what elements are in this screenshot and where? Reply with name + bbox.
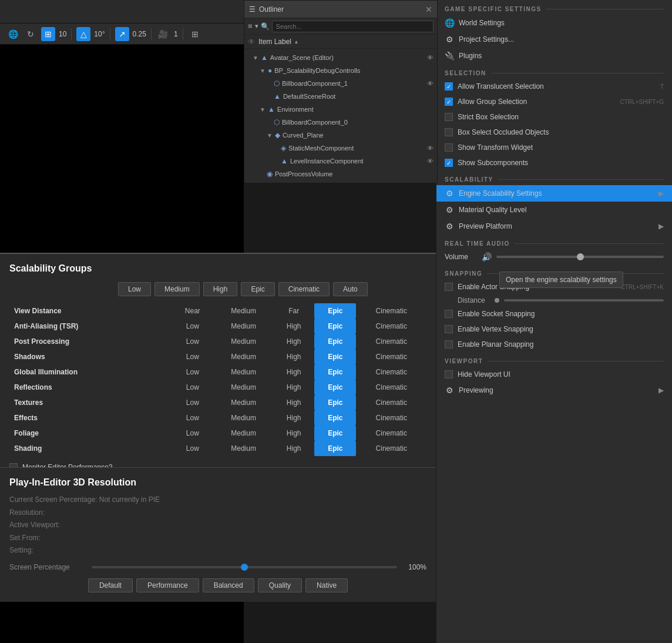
grid-icon[interactable]: ⊞	[41, 27, 55, 41]
scalability-cell[interactable]: High	[273, 395, 314, 410]
scalability-cell[interactable]: Epic	[314, 426, 356, 441]
scalability-cell[interactable]: Far	[273, 303, 314, 319]
scalability-cell[interactable]: Epic	[314, 410, 356, 426]
scalability-btn-cinematic[interactable]: Cinematic	[278, 282, 330, 296]
scalability-cell[interactable]: Epic	[314, 441, 356, 456]
scalability-cell[interactable]: High	[273, 380, 314, 395]
scalability-cell[interactable]: Cinematic	[356, 364, 426, 380]
angle-icon[interactable]: △	[76, 27, 90, 41]
scalability-cell[interactable]: High	[273, 364, 314, 380]
scalability-btn-medium[interactable]: Medium	[154, 282, 200, 296]
scalability-cell[interactable]: Epic	[314, 334, 356, 349]
scalability-cell[interactable]: Cinematic	[356, 319, 426, 334]
scalability-cell[interactable]: Medium	[214, 364, 273, 380]
outliner-item[interactable]: ◉PostProcessVolume	[244, 168, 437, 180]
volume-slider[interactable]	[496, 256, 664, 258]
scalability-cell[interactable]: Epic	[314, 364, 356, 380]
checkbox[interactable]	[445, 128, 453, 136]
pie-btn-performance[interactable]: Performance	[136, 578, 199, 592]
checkbox[interactable]: ✓	[445, 159, 453, 167]
rp-item[interactable]: 🌐World Settings	[436, 15, 672, 31]
scalability-cell[interactable]: Low	[172, 395, 214, 410]
scalability-cell[interactable]: Low	[172, 319, 214, 334]
scalability-cell[interactable]: Medium	[214, 395, 273, 410]
checkbox[interactable]: ✓	[445, 98, 453, 106]
scalability-cell[interactable]: Medium	[214, 380, 273, 395]
scalability-cell[interactable]: Near	[172, 303, 214, 319]
checkbox[interactable]	[445, 370, 453, 379]
cursor-icon[interactable]: ↻	[23, 27, 38, 41]
rp-item[interactable]: ⚙Previewing▶	[436, 382, 672, 398]
checkbox[interactable]	[445, 283, 453, 291]
scalability-cell[interactable]: Epic	[314, 303, 356, 319]
scalability-cell[interactable]: Epic	[314, 395, 356, 410]
dropdown-icon[interactable]: ▾	[255, 22, 258, 30]
checkbox-row[interactable]: ✓Allow Group SelectionCTRL+SHIFT+G	[436, 94, 672, 109]
scalability-cell[interactable]: Medium	[214, 426, 273, 441]
search-input[interactable]	[272, 21, 434, 32]
close-button[interactable]: ✕	[425, 5, 432, 14]
checkbox-row[interactable]: Enable Vertex Snapping	[436, 322, 672, 337]
checkbox[interactable]	[445, 310, 453, 318]
outliner-item[interactable]: ▲LevelInstanceComponent👁	[244, 155, 437, 168]
checkbox-row[interactable]: ✓Show Subcomponents	[436, 155, 672, 170]
outliner-item[interactable]: ⬡BillboardComponent_0	[244, 116, 437, 129]
filter-icon[interactable]: ≡	[248, 22, 253, 31]
outliner-item[interactable]: ▲DefaultSceneRoot	[244, 90, 437, 103]
scalability-cell[interactable]: Low	[172, 349, 214, 364]
pie-btn-native[interactable]: Native	[305, 578, 348, 592]
scalability-cell[interactable]: Low	[172, 441, 214, 456]
checkbox[interactable]	[445, 143, 453, 152]
scalability-cell[interactable]: Medium	[214, 319, 273, 334]
outliner-item[interactable]: ▼●BP_ScalabilityDebugControlls	[244, 64, 437, 77]
scalability-btn-epic[interactable]: Epic	[241, 282, 274, 296]
scalability-cell[interactable]: Cinematic	[356, 441, 426, 456]
checkbox[interactable]: ✓	[445, 82, 453, 91]
checkbox-row[interactable]: Hide Viewport UI	[436, 367, 672, 382]
checkbox-row[interactable]: Box Select Occluded Objects	[436, 125, 672, 140]
scalability-cell[interactable]: Medium	[214, 441, 273, 456]
scalability-cell[interactable]: High	[273, 349, 314, 364]
rp-item[interactable]: ⚙Project Settings...	[436, 31, 672, 48]
rp-item[interactable]: ⚙Preview Platform▶	[436, 218, 672, 235]
scalability-cell[interactable]: Low	[172, 380, 214, 395]
scalability-cell[interactable]: Cinematic	[356, 410, 426, 426]
scalability-cell[interactable]: High	[273, 426, 314, 441]
checkbox-row[interactable]: ✓Allow Translucent SelectionT	[436, 79, 672, 94]
checkbox-row[interactable]: Enable Planar Snapping	[436, 337, 672, 352]
checkbox-row[interactable]: Enable Socket Snapping	[436, 306, 672, 322]
scalability-cell[interactable]: Cinematic	[356, 380, 426, 395]
screen-percentage-slider[interactable]	[92, 566, 397, 568]
outliner-item[interactable]: ▼◆Curved_Plane	[244, 129, 437, 142]
layout-icon[interactable]: ⊞	[188, 27, 202, 41]
scalability-cell[interactable]: High	[273, 334, 314, 349]
scalability-cell[interactable]: High	[273, 319, 314, 334]
scalability-cell[interactable]: High	[273, 410, 314, 426]
scalability-cell[interactable]: Cinematic	[356, 426, 426, 441]
scalability-cell[interactable]: Cinematic	[356, 334, 426, 349]
scalability-cell[interactable]: Epic	[314, 380, 356, 395]
scalability-cell[interactable]: Cinematic	[356, 349, 426, 364]
rp-item[interactable]: 🔌Plugins	[436, 48, 672, 64]
scalability-btn-low[interactable]: Low	[118, 282, 151, 296]
scalability-cell[interactable]: Medium	[214, 349, 273, 364]
checkbox[interactable]	[445, 340, 453, 349]
checkbox-row[interactable]: Strict Box Selection	[436, 109, 672, 125]
scalability-cell[interactable]: Low	[172, 426, 214, 441]
scalability-cell[interactable]: Low	[172, 410, 214, 426]
scalability-cell[interactable]: Epic	[314, 319, 356, 334]
outliner-item[interactable]: ▼▲Environment	[244, 103, 437, 116]
outliner-item[interactable]: ◈StaticMeshComponent👁	[244, 142, 437, 155]
scalability-cell[interactable]: Medium	[214, 410, 273, 426]
scalability-cell[interactable]: Low	[172, 364, 214, 380]
checkbox[interactable]	[445, 325, 453, 333]
checkbox-row[interactable]: Show Transform Widget	[436, 140, 672, 155]
pie-btn-quality[interactable]: Quality	[258, 578, 302, 592]
scalability-cell[interactable]: Epic	[314, 349, 356, 364]
scalability-cell[interactable]: Medium	[214, 334, 273, 349]
scalability-cell[interactable]: Cinematic	[356, 303, 426, 319]
pie-btn-balanced[interactable]: Balanced	[203, 578, 254, 592]
scalability-btn-auto[interactable]: Auto	[333, 282, 368, 296]
scalability-cell[interactable]: Low	[172, 334, 214, 349]
scalability-cell[interactable]: High	[273, 441, 314, 456]
